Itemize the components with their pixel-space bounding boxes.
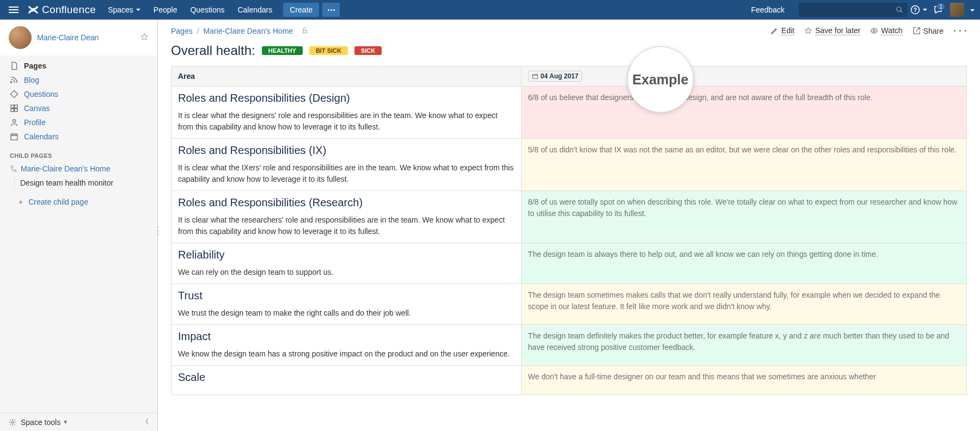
breadcrumb-pages[interactable]: Pages (171, 27, 193, 35)
edit-action[interactable]: Edit (770, 26, 794, 35)
sidebar-questions-label: Questions (24, 90, 58, 98)
collapse-sidebar-icon[interactable]: 《 (142, 417, 149, 427)
sidebar-blog[interactable]: Blog (0, 73, 157, 87)
create-more-button[interactable] (322, 3, 340, 17)
sidebar-canvas[interactable]: Canvas (0, 101, 157, 115)
more-actions[interactable] (953, 30, 967, 32)
sidebar-calendars[interactable]: Calendars (0, 130, 157, 144)
status-cell: We don't have a full-time designer on ou… (521, 366, 966, 395)
date-chip[interactable]: 04 Aug 2017 (528, 71, 583, 82)
user-menu-caret[interactable] (967, 5, 975, 14)
space-avatar[interactable] (9, 26, 32, 49)
save-label: Save for later (815, 26, 860, 35)
space-name-link[interactable]: Marie-Claire Dean (37, 33, 99, 42)
date-value: 04 Aug 2017 (541, 72, 579, 80)
area-header: Area (171, 66, 522, 87)
table-row: Roles and Responsibilities (Research)It … (171, 191, 967, 243)
table-row: ScaleWe don't have a full-time designer … (171, 366, 967, 395)
app-switcher-icon[interactable] (5, 7, 22, 13)
area-title: Impact (178, 330, 514, 343)
space-tools-label: Space tools (21, 418, 60, 427)
logo-text: Confluence (42, 4, 96, 16)
star-icon[interactable] (140, 33, 149, 43)
svg-rect-2 (11, 105, 14, 108)
breadcrumb: Pages / Marie-Claire Dean's Home (171, 27, 308, 35)
sidebar-nav: Pages Blog Questions Canvas Profile Cale… (0, 56, 157, 147)
sidebar-blog-label: Blog (24, 76, 39, 84)
area-description: We know the design team has a strong pos… (178, 348, 514, 360)
header-nav: Spaces People Questions Calendars (101, 0, 279, 20)
header-right: Feedback ? 1 (745, 0, 975, 20)
area-cell: Roles and Responsibilities (IX)It is cle… (171, 139, 522, 191)
health-table: Area 04 Aug 2017 Roles and Responsibilit… (171, 66, 967, 395)
nav-calendars[interactable]: Calendars (231, 0, 279, 20)
nav-people[interactable]: People (147, 0, 184, 20)
status-cell: The design team definitely makes the pro… (521, 325, 966, 366)
space-tools[interactable]: Space tools ▼ 《 (0, 412, 157, 431)
breadcrumb-row: Pages / Marie-Claire Dean's Home Edit Sa… (158, 20, 980, 35)
sidebar-profile-label: Profile (24, 118, 46, 127)
sidebar-profile[interactable]: Profile (0, 115, 157, 130)
save-for-later-action[interactable]: Save for later (804, 26, 860, 35)
area-cell: Scale (171, 366, 522, 395)
svg-text:?: ? (913, 7, 916, 13)
help-icon[interactable]: ? (910, 1, 927, 19)
area-cell: ImpactWe know the design team has a stro… (171, 325, 522, 366)
gear-icon (9, 418, 16, 426)
area-description: It is clear what the designers' role and… (178, 110, 514, 133)
status-healthy: HEALTHY (262, 46, 303, 55)
user-avatar[interactable] (950, 3, 964, 17)
calendar-icon (532, 73, 538, 79)
app-header: Confluence Spaces People Questions Calen… (0, 0, 980, 20)
area-title: Trust (178, 290, 514, 302)
status-cell: 5/8 of us didn't know that IX was not th… (521, 139, 966, 191)
area-title: Roles and Responsibilities (Design) (178, 92, 514, 104)
date-header-cell: 04 Aug 2017 (521, 66, 966, 87)
tree-home-link[interactable]: Marie-Claire Dean's Home (0, 162, 157, 176)
notifications-icon[interactable]: 1 (929, 1, 947, 19)
breadcrumb-home[interactable]: Marie-Claire Dean's Home (204, 27, 293, 35)
share-action[interactable]: Share (912, 27, 944, 35)
sidebar-pages-label: Pages (24, 61, 46, 70)
nav-spaces[interactable]: Spaces (101, 0, 147, 20)
search-input[interactable] (799, 3, 908, 17)
page-tree-icon (10, 165, 17, 173)
page-title-row: Overall health: HEALTHY BIT SICK SICK (158, 35, 980, 66)
table-row: TrustWe trust the design team to make th… (171, 284, 967, 325)
area-cell: Roles and Responsibilities (Design)It is… (171, 87, 522, 139)
page-actions: Edit Save for later Watch Share (770, 26, 967, 35)
main-content: Example Pages / Marie-Claire Dean's Home… (158, 20, 980, 431)
area-description: We trust the design team to make the rig… (178, 307, 514, 319)
breadcrumb-separator: / (197, 27, 199, 35)
edit-label: Edit (781, 26, 794, 35)
area-description: It is clear what the IXers' role and res… (178, 162, 514, 185)
child-pages-heading: CHILD PAGES (0, 147, 157, 162)
area-description: We can rely on the design team to suppor… (178, 267, 514, 278)
tree-current-page[interactable]: Design team health monitor (14, 176, 157, 190)
sidebar-questions[interactable]: Questions (0, 87, 157, 101)
table-row: ReliabilityWe can rely on the design tea… (171, 243, 967, 284)
sidebar: Marie-Claire Dean Pages Blog Questions C… (0, 20, 158, 431)
feedback-link[interactable]: Feedback (745, 0, 791, 20)
svg-point-11 (873, 30, 875, 32)
notification-badge: 1 (936, 3, 945, 10)
status-cell: The design team is always there to help … (521, 243, 966, 284)
area-title: Roles and Responsibilities (IX) (178, 144, 514, 157)
area-cell: TrustWe trust the design team to make th… (171, 284, 522, 325)
area-cell: ReliabilityWe can rely on the design tea… (171, 243, 522, 284)
status-cell: The design team sometimes makes calls th… (521, 284, 966, 325)
unlocked-icon[interactable] (297, 27, 308, 35)
status-cell: 6/8 of us believe that designers only do… (521, 87, 966, 139)
status-bit-sick: BIT SICK (309, 46, 348, 55)
search-icon (896, 6, 903, 14)
create-child-page-link[interactable]: +Create child page (0, 193, 157, 211)
tree-home-label: Marie-Claire Dean's Home (21, 164, 111, 173)
watch-action[interactable]: Watch (870, 26, 902, 35)
sidebar-calendars-label: Calendars (24, 132, 59, 141)
create-button[interactable]: Create (283, 3, 319, 17)
svg-rect-3 (15, 105, 17, 108)
confluence-logo[interactable]: Confluence (27, 4, 96, 16)
nav-questions[interactable]: Questions (183, 0, 231, 20)
svg-rect-7 (11, 134, 17, 140)
sidebar-pages[interactable]: Pages (0, 59, 157, 73)
